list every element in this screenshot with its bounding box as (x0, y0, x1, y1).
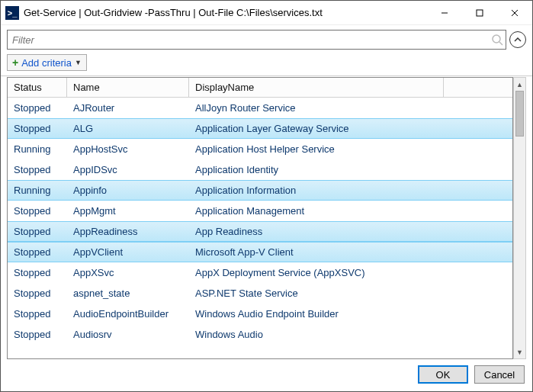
filter-input[interactable] (7, 30, 506, 50)
column-header-status[interactable]: Status (8, 78, 67, 97)
table-row[interactable]: StoppedAJRouterAllJoyn Router Service (8, 98, 512, 118)
cell-display: Application Host Helper Service (189, 140, 512, 159)
ok-button[interactable]: OK (418, 365, 468, 384)
cell-status: Stopped (8, 263, 67, 282)
criteria-row: + Add criteria ▼ (1, 51, 532, 76)
cell-name: AudioEndpointBuilder (67, 304, 189, 323)
cell-status: Stopped (8, 325, 67, 344)
scroll-thumb[interactable] (515, 91, 524, 137)
cell-name: AJRouter (67, 98, 189, 117)
filter-box (7, 30, 506, 50)
table-row[interactable]: StoppedAppMgmtApplication Management (8, 201, 512, 221)
table-row[interactable]: StoppedALGApplication Layer Gateway Serv… (8, 118, 512, 139)
cell-name: AppVClient (67, 243, 189, 262)
table-row[interactable]: RunningAppHostSvcApplication Host Helper… (8, 139, 512, 159)
cell-name: AppIDSvc (67, 160, 189, 179)
table-row[interactable]: StoppedAppIDSvcApplication Identity (8, 159, 512, 180)
cell-name: AppReadiness (67, 222, 189, 241)
minimize-button[interactable] (427, 1, 462, 25)
vertical-scrollbar[interactable]: ▲ ▼ (513, 77, 526, 359)
window-title: Get-Service | Out-Gridview -PassThru | O… (24, 7, 427, 18)
add-criteria-button[interactable]: + Add criteria ▼ (7, 54, 87, 71)
titlebar: >_ Get-Service | Out-Gridview -PassThru … (1, 1, 532, 25)
maximize-button[interactable] (462, 1, 497, 25)
scroll-down-icon[interactable]: ▼ (514, 345, 525, 358)
table-row[interactable]: Stoppedaspnet_stateASP.NET State Service (8, 283, 512, 304)
table-row[interactable]: RunningAppinfoApplication Information (8, 180, 512, 201)
grid-wrap: Status Name DisplayName StoppedAJRouterA… (1, 76, 532, 359)
maximize-icon (476, 9, 483, 17)
cell-name: AppHostSvc (67, 140, 189, 159)
cell-name: Audiosrv (67, 325, 189, 344)
svg-point-4 (493, 35, 500, 43)
table-row[interactable]: StoppedAppVClientMicrosoft App-V Client (8, 242, 512, 262)
scroll-up-icon[interactable]: ▲ (514, 78, 525, 91)
close-icon (511, 9, 519, 17)
cell-status: Stopped (8, 201, 67, 220)
cell-status: Stopped (8, 98, 67, 117)
minimize-icon (441, 9, 448, 17)
svg-line-5 (499, 42, 502, 45)
column-header-spacer[interactable] (444, 78, 512, 97)
cell-display: Application Information (189, 181, 512, 200)
chevron-up-icon (514, 36, 522, 43)
powershell-icon: >_ (5, 6, 19, 20)
filter-row (1, 25, 532, 51)
table-row[interactable]: StoppedAudioEndpointBuilderWindows Audio… (8, 304, 512, 324)
cell-display: Windows Audio (189, 325, 512, 344)
table-row[interactable]: StoppedAppXSvcAppX Deployment Service (A… (8, 262, 512, 283)
cell-status: Running (8, 181, 67, 200)
cancel-button[interactable]: Cancel (474, 365, 525, 384)
cell-name: AppXSvc (67, 263, 189, 282)
grid-header: Status Name DisplayName (8, 78, 512, 98)
grid-body: StoppedAJRouterAllJoyn Router ServiceSto… (8, 98, 512, 358)
cell-display: Windows Audio Endpoint Builder (189, 304, 512, 323)
grid: Status Name DisplayName StoppedAJRouterA… (7, 77, 513, 359)
dropdown-icon: ▼ (75, 59, 82, 66)
cell-display: Application Identity (189, 160, 512, 179)
cell-status: Stopped (8, 222, 67, 241)
cell-display: ASP.NET State Service (189, 284, 512, 303)
cell-display: Microsoft App-V Client (189, 243, 512, 262)
svg-rect-1 (477, 10, 483, 16)
cell-status: Stopped (8, 119, 67, 138)
add-criteria-label: Add criteria (21, 57, 72, 69)
window-controls (427, 1, 532, 25)
cell-name: ALG (67, 119, 189, 138)
close-button[interactable] (497, 1, 532, 25)
search-icon (491, 34, 503, 46)
scroll-track[interactable] (514, 91, 525, 345)
column-header-name[interactable]: Name (67, 78, 189, 97)
cell-display: App Readiness (189, 222, 512, 241)
plus-icon: + (12, 56, 18, 69)
expand-toggle-button[interactable] (509, 31, 526, 48)
table-row[interactable]: StoppedAppReadinessApp Readiness (8, 221, 512, 242)
cell-status: Stopped (8, 284, 67, 303)
cell-display: AppX Deployment Service (AppXSVC) (189, 263, 512, 282)
cell-status: Stopped (8, 243, 67, 262)
cell-display: Application Management (189, 201, 512, 220)
cell-status: Stopped (8, 160, 67, 179)
cell-name: aspnet_state (67, 284, 189, 303)
footer: OK Cancel (1, 359, 532, 391)
cell-display: AllJoyn Router Service (189, 98, 512, 117)
table-row[interactable]: StoppedAudiosrvWindows Audio (8, 324, 512, 345)
column-header-displayname[interactable]: DisplayName (189, 78, 444, 97)
cell-status: Running (8, 140, 67, 159)
cell-name: Appinfo (67, 181, 189, 200)
cell-display: Application Layer Gateway Service (189, 119, 512, 138)
cell-status: Stopped (8, 304, 67, 323)
cell-name: AppMgmt (67, 201, 189, 220)
